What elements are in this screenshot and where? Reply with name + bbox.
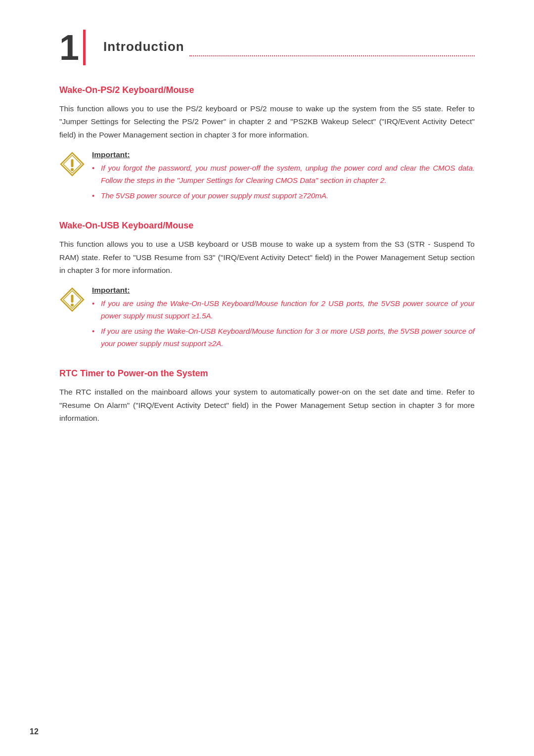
important-content-2: Important: If you are using the Wake-On-… [92,286,475,353]
page-container: 1 Introduction Wake-On-PS/2 Keyboard/Mou… [0,0,534,756]
important-item-2-0: If you are using the Wake-On-USB Keyboar… [92,298,475,322]
chapter-title-wrapper: Introduction [103,39,475,56]
important-list-1: If you forgot the password, you must pow… [92,162,475,202]
section-heading-rtc-timer: RTC Timer to Power-on the System [59,368,475,379]
section-body-wake-ps2: This function allows you to use the PS/2… [59,102,475,141]
chapter-dots-line [189,55,475,56]
section-wake-usb: Wake-On-USB Keyboard/Mouse This function… [59,221,475,353]
important-item-2-1: If you are using the Wake-On-USB Keyboar… [92,325,475,350]
warning-icon-2 [59,287,85,312]
chapter-number-block: 1 [59,30,94,65]
chapter-number: 1 [59,30,79,65]
chapter-title: Introduction [103,39,184,54]
important-block-1: Important: If you forgot the password, y… [59,150,475,205]
section-body-rtc-timer: The RTC installed on the mainboard allow… [59,386,475,425]
important-content-1: Important: If you forgot the password, y… [92,150,475,205]
section-heading-wake-usb: Wake-On-USB Keyboard/Mouse [59,221,475,231]
svg-point-3 [71,168,74,171]
important-item-1-0: If you forgot the password, you must pow… [92,162,475,187]
important-list-2: If you are using the Wake-On-USB Keyboar… [92,298,475,350]
svg-rect-2 [71,159,74,167]
section-wake-ps2: Wake-On-PS/2 Keyboard/Mouse This functio… [59,85,475,205]
section-rtc-timer: RTC Timer to Power-on the System The RTC… [59,368,475,425]
svg-rect-6 [71,295,74,303]
page-number: 12 [30,727,39,736]
important-label-2: Important: [92,286,475,295]
chapter-header: 1 Introduction [59,30,475,65]
header-row: Introduction [103,39,475,56]
important-block-2: Important: If you are using the Wake-On-… [59,286,475,353]
svg-point-7 [71,304,74,307]
important-item-1-1: The 5VSB power source of your power supp… [92,190,475,202]
section-heading-wake-ps2: Wake-On-PS/2 Keyboard/Mouse [59,85,475,95]
chapter-bar [83,30,86,65]
important-label-1: Important: [92,150,475,159]
warning-icon-1 [59,151,85,177]
section-body-wake-usb: This function allows you to use a USB ke… [59,238,475,277]
